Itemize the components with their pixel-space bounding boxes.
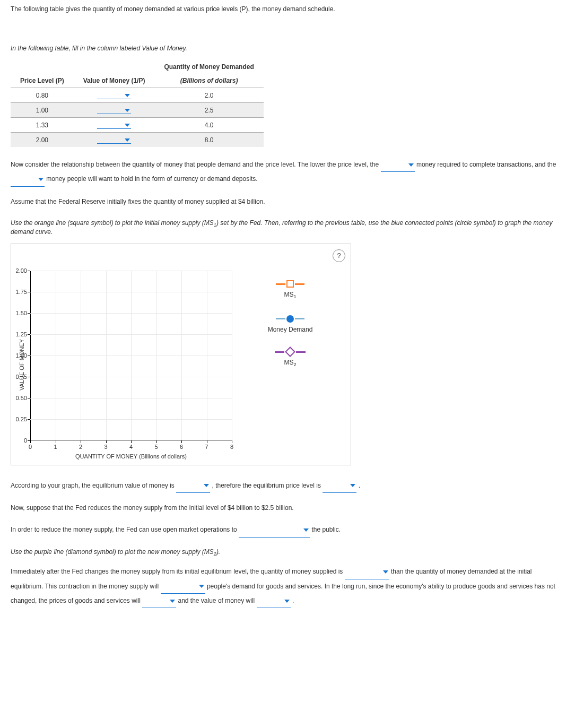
chevron-down-icon [383, 570, 388, 574]
instruction-2: Use the orange line (square symbol) to p… [11, 219, 564, 235]
table-row: 2.00 8.0 [11, 133, 264, 148]
text: In order to reduce the money supply, the… [11, 526, 239, 533]
dropdown-demand-change[interactable] [161, 579, 205, 594]
instruction-3: Use the purple line (diamond symbol) to … [11, 548, 564, 557]
text: ). [216, 548, 220, 556]
text: Now consider the relationship between th… [11, 161, 381, 168]
dropdown-supplied-compare[interactable] [345, 565, 389, 579]
dropdown-eq-value[interactable] [176, 479, 210, 493]
paragraph-equilibrium: According to your graph, the equilibrium… [11, 479, 564, 493]
paragraph-fed-assume: Assume that the Federal Reserve initiall… [11, 195, 564, 209]
legend-money-demand[interactable]: Money Demand [245, 315, 335, 333]
col1-header: Price Level (P) [11, 74, 74, 88]
text: money required to complete transactions,… [416, 161, 556, 168]
value-money-dropdown-2[interactable] [97, 121, 131, 129]
text: MS [204, 548, 214, 556]
chevron-down-icon [170, 600, 175, 603]
intro-text: The following table gives the quantity o… [11, 5, 564, 13]
text: the public. [311, 526, 341, 533]
paragraph-fed-reduce: Now, suppose that the Fed reduces the mo… [11, 501, 564, 515]
intro-span: The following table gives the quantity o… [11, 5, 335, 13]
cell-q: 2.5 [154, 103, 263, 118]
chevron-down-icon [125, 109, 130, 112]
table-row: 1.33 4.0 [11, 118, 264, 133]
dropdown-eq-price[interactable] [323, 479, 356, 493]
text: MS [284, 359, 293, 366]
text: Immediately after the Fed changes the mo… [11, 568, 345, 575]
diamond-icon [285, 347, 295, 358]
text: According to your graph, the equilibrium… [11, 482, 176, 489]
col3-header-bottom: (Billions of dollars) [154, 74, 263, 88]
text: MS [204, 219, 214, 227]
legend-ms1[interactable]: MS1 [245, 280, 335, 300]
paragraph-omo: In order to reduce the money supply, the… [11, 523, 564, 537]
table-row: 0.80 2.0 [11, 88, 264, 103]
text: MS [284, 291, 293, 298]
square-icon [286, 280, 294, 288]
chevron-down-icon [408, 163, 414, 167]
chevron-down-icon [125, 124, 130, 127]
help-icon[interactable]: ? [333, 249, 345, 262]
money-demand-table: Quantity of Money Demanded Price Level (… [11, 60, 264, 147]
dropdown-lower-higher-2[interactable] [11, 172, 45, 186]
value-money-dropdown-0[interactable] [97, 91, 131, 99]
dropdown-value-change[interactable] [257, 594, 291, 608]
chevron-down-icon [204, 484, 209, 487]
chevron-down-icon [38, 178, 43, 181]
chart-legend: MS1 Money Demand MS2 [245, 271, 335, 460]
chevron-down-icon [350, 484, 355, 487]
cell-p: 0.80 [11, 88, 74, 103]
chart-container: ? VALUE OF MONEY 01234567800.250.500.751… [11, 244, 351, 465]
plot-area[interactable]: 01234567800.250.500.751.001.251.501.752.… [30, 271, 232, 440]
text: money people will want to hold in the fo… [46, 175, 257, 183]
chevron-down-icon [125, 138, 130, 142]
dropdown-omo[interactable] [239, 523, 310, 537]
cell-p: 1.00 [11, 103, 74, 118]
text: 2 [293, 362, 296, 368]
text: and the value of money will [178, 597, 256, 604]
value-money-dropdown-1[interactable] [97, 106, 131, 114]
text: , therefore the equilibrium price level … [212, 482, 323, 489]
x-axis-label: QUANTITY OF MONEY (Billions of dollars) [30, 453, 232, 460]
circle-icon [286, 315, 294, 323]
chevron-down-icon [199, 585, 204, 588]
text: Use the purple line (diamond symbol) to … [11, 548, 204, 556]
cell-p: 1.33 [11, 118, 74, 133]
paragraph-relationship: Now consider the relationship between th… [11, 158, 564, 187]
col2-header: Value of Money (1/P) [74, 74, 155, 88]
table-row: 1.00 2.5 [11, 103, 264, 118]
dropdown-prices-change[interactable] [142, 594, 176, 608]
text: . [292, 597, 294, 604]
text: Money Demand [245, 326, 335, 333]
instruction-1: In the following table, fill in the colu… [11, 45, 564, 52]
value-money-dropdown-3[interactable] [97, 136, 131, 144]
text: Use the orange line (square symbol) to p… [11, 219, 204, 227]
cell-p: 2.00 [11, 133, 74, 148]
dropdown-lower-higher-1[interactable] [381, 158, 415, 172]
text: 1 [293, 294, 296, 300]
cell-q: 8.0 [154, 133, 263, 148]
cell-q: 4.0 [154, 118, 263, 133]
y-axis-label: VALUE OF MONEY [16, 271, 25, 460]
chevron-down-icon [284, 600, 290, 603]
text: . [359, 482, 360, 489]
legend-ms2[interactable]: MS2 [245, 348, 335, 368]
cell-q: 2.0 [154, 88, 263, 103]
paragraph-after-change: Immediately after the Fed changes the mo… [11, 565, 564, 608]
col3-header-top: Quantity of Money Demanded [154, 60, 263, 74]
chevron-down-icon [125, 94, 130, 97]
chevron-down-icon [303, 528, 309, 532]
